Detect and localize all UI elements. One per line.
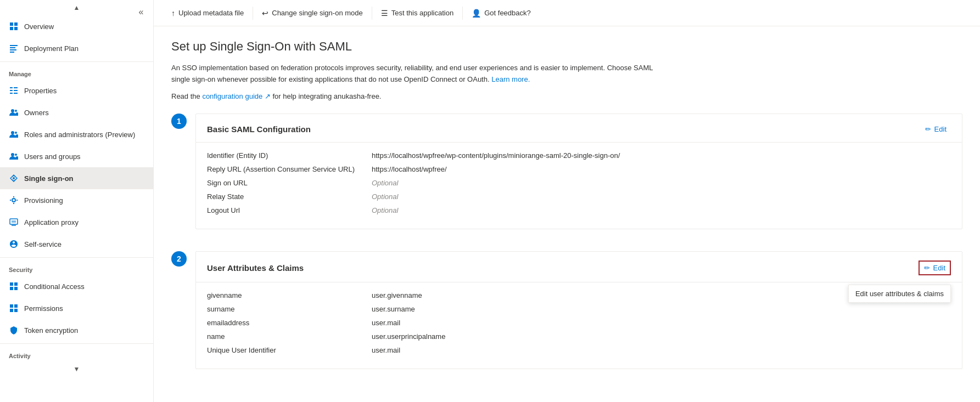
svg-rect-0	[10, 22, 13, 26]
scroll-up-button[interactable]: ▲	[0, 0, 153, 15]
sidebar-item-conditional-access[interactable]: Conditional Access	[0, 275, 153, 297]
toolbar-divider-2	[372, 7, 372, 20]
card2-header: User Attributes & Claims ✏ Edit	[196, 252, 962, 282]
sidebar-item-single-sign-on[interactable]: Single sign-on	[0, 167, 153, 189]
svg-rect-31	[14, 309, 18, 312]
change-icon: ↩	[262, 9, 268, 18]
sidebar-item-overview-label: Overview	[24, 22, 54, 31]
provisioning-icon	[9, 195, 19, 205]
sidebar-item-roles-admins-label: Roles and administrators (Preview)	[24, 131, 135, 139]
page-title: Set up Single Sign-On with SAML	[171, 39, 962, 54]
conditional-access-icon	[9, 281, 19, 291]
sidebar-item-properties[interactable]: Properties	[0, 80, 153, 101]
card1-label-4: Logout Url	[207, 206, 361, 214]
sidebar-item-roles-admins[interactable]: Roles and administrators (Preview)	[0, 123, 153, 145]
card1-value-2: Optional	[372, 179, 398, 187]
sidebar-item-token-enc-label: Token encryption	[24, 326, 78, 335]
sidebar-item-sso-label: Single sign-on	[24, 174, 74, 183]
card1-edit-icon: ✏	[925, 125, 931, 133]
card2-edit-label: Edit	[933, 264, 945, 272]
sidebar-item-self-service[interactable]: Self-service	[0, 233, 153, 255]
svg-rect-26	[10, 287, 13, 290]
svg-rect-7	[10, 52, 14, 53]
test-application-button[interactable]: ☰ Test this application	[374, 5, 460, 21]
step-2-circle: 2	[171, 251, 187, 267]
card1-row-2: Sign on URL Optional	[207, 179, 951, 187]
card2-body: givenname user.givenname surname user.su…	[196, 282, 962, 369]
main-content: ↑ Upload metadata file ↩ Change single s…	[154, 0, 980, 402]
sidebar-item-appproxy-label: Application proxy	[24, 218, 79, 227]
card1-edit-label: Edit	[934, 125, 947, 133]
appproxy-icon	[9, 217, 19, 227]
svg-rect-23	[12, 220, 16, 223]
card2-tooltip-text: Edit user attributes & claims	[855, 290, 944, 298]
sidebar-item-users-groups[interactable]: Users and groups	[0, 145, 153, 167]
upload-metadata-button[interactable]: ↑ Upload metadata file	[165, 5, 250, 21]
sidebar-collapse-button[interactable]: «	[133, 4, 149, 20]
feedback-button[interactable]: 👤 Got feedback?	[465, 5, 537, 21]
card1-header: Basic SAML Configuration ✏ Edit	[196, 114, 962, 143]
card2-label-3: name	[207, 332, 361, 341]
sidebar-item-condaccess-label: Conditional Access	[24, 282, 85, 291]
svg-rect-24	[10, 282, 13, 286]
test-label: Test this application	[391, 9, 453, 17]
toolbar: ↑ Upload metadata file ↩ Change single s…	[154, 0, 980, 26]
properties-icon	[9, 86, 19, 95]
card1-body: Identifier (Entity ID) https://localhost…	[196, 143, 962, 229]
card1-edit-button[interactable]: ✏ Edit	[921, 123, 951, 135]
config-guide-link[interactable]: configuration guide ↗	[202, 92, 270, 100]
sidebar-item-overview[interactable]: Overview	[0, 15, 153, 37]
card2-label-0: givenname	[207, 291, 361, 299]
card2-edit-icon: ✏	[924, 264, 930, 272]
card1: Basic SAML Configuration ✏ Edit Identifi…	[195, 114, 962, 229]
learn-more-link[interactable]: Learn more.	[491, 75, 530, 83]
svg-rect-27	[14, 287, 18, 290]
sidebar-item-application-proxy[interactable]: Application proxy	[0, 211, 153, 233]
toolbar-divider-3	[462, 7, 463, 20]
sidebar-item-owners[interactable]: Owners	[0, 101, 153, 123]
sidebar-item-deployment-plan[interactable]: Deployment Plan	[0, 37, 153, 59]
svg-rect-11	[14, 90, 18, 91]
token-encryption-icon	[9, 325, 19, 335]
sidebar-item-provisioning[interactable]: Provisioning	[0, 189, 153, 211]
card2-value-3: user.userprincipalname	[372, 332, 445, 341]
card2: User Attributes & Claims ✏ Edit Edit use…	[195, 251, 962, 369]
owners-icon	[9, 107, 19, 117]
sidebar-item-provisioning-label: Provisioning	[24, 196, 63, 205]
card2-label-2: emailaddress	[207, 319, 361, 327]
permissions-icon	[9, 303, 19, 313]
sidebar-item-permissions[interactable]: Permissions	[0, 297, 153, 319]
svg-rect-6	[10, 49, 16, 50]
page-description-text: An SSO implementation based on federatio…	[171, 64, 653, 83]
svg-point-15	[15, 110, 17, 112]
card1-label-1: Reply URL (Assertion Consumer Service UR…	[207, 165, 361, 173]
svg-rect-8	[10, 87, 13, 88]
users-groups-icon	[9, 151, 19, 161]
sidebar-divider-3	[0, 343, 153, 344]
card2-edit-button[interactable]: ✏ Edit	[919, 261, 951, 275]
svg-point-16	[11, 131, 14, 134]
config-guide-text: Read the configuration guide ↗ for help …	[171, 92, 962, 100]
security-section-label: Security	[0, 260, 153, 275]
svg-rect-1	[14, 22, 18, 26]
card1-label-2: Sign on URL	[207, 179, 361, 187]
svg-rect-9	[14, 87, 18, 88]
sidebar: « ▲ Overview Deployment Plan Manage Prop…	[0, 0, 154, 402]
scroll-down-button[interactable]: ▼	[0, 361, 153, 377]
svg-point-14	[11, 109, 14, 112]
card1-label-0: Identifier (Entity ID)	[207, 151, 361, 160]
sidebar-item-permissions-label: Permissions	[24, 304, 63, 313]
sidebar-divider-1	[0, 61, 153, 62]
svg-rect-4	[10, 45, 18, 46]
sidebar-item-token-encryption[interactable]: Token encryption	[0, 319, 153, 341]
card2-row-0: givenname user.givenname	[207, 291, 951, 299]
content-area: Set up Single Sign-On with SAML An SSO i…	[154, 26, 980, 402]
feedback-label: Got feedback?	[484, 9, 531, 17]
svg-rect-5	[10, 47, 15, 48]
svg-rect-30	[10, 309, 13, 312]
card2-row-1: surname user.surname	[207, 305, 951, 313]
card2-title: User Attributes & Claims	[207, 263, 304, 273]
change-sso-mode-button[interactable]: ↩ Change single sign-on mode	[255, 5, 369, 21]
sidebar-item-users-groups-label: Users and groups	[24, 152, 81, 161]
step-1-circle: 1	[171, 114, 187, 129]
